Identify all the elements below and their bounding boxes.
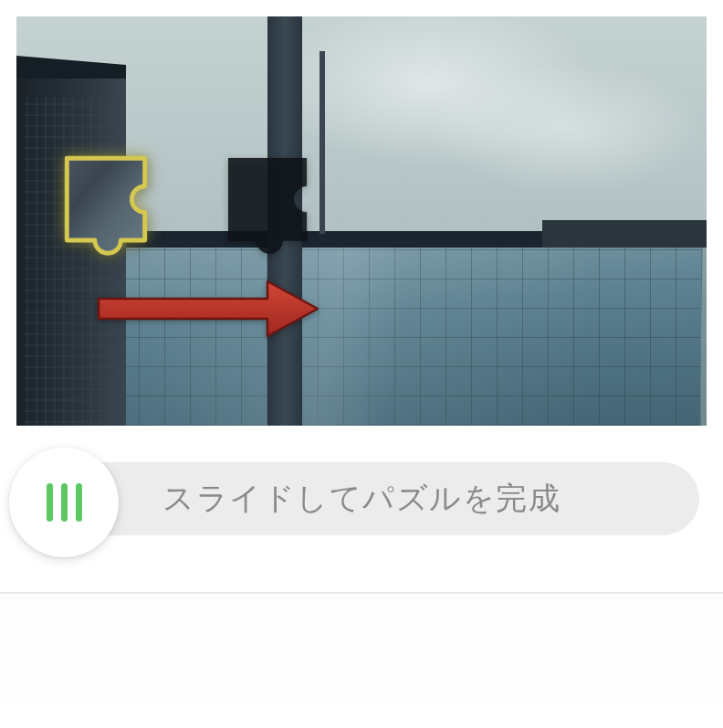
grip-icon bbox=[47, 483, 82, 522]
building-windows bbox=[62, 243, 701, 426]
building-rooftop-right bbox=[542, 220, 707, 248]
slider-handle[interactable] bbox=[9, 448, 119, 557]
captcha-widget: スライドしてパズルを完成 bbox=[0, 0, 723, 563]
slider-container: スライドしてパズルを完成 bbox=[16, 451, 707, 546]
puzzle-target-slot bbox=[228, 158, 329, 258]
puzzle-piece[interactable] bbox=[64, 155, 170, 261]
footer-area bbox=[0, 594, 723, 703]
captcha-background-image bbox=[16, 16, 707, 426]
slider-instruction-label: スライドしてパズルを完成 bbox=[162, 478, 561, 520]
slider-track[interactable]: スライドしてパズルを完成 bbox=[44, 462, 699, 535]
